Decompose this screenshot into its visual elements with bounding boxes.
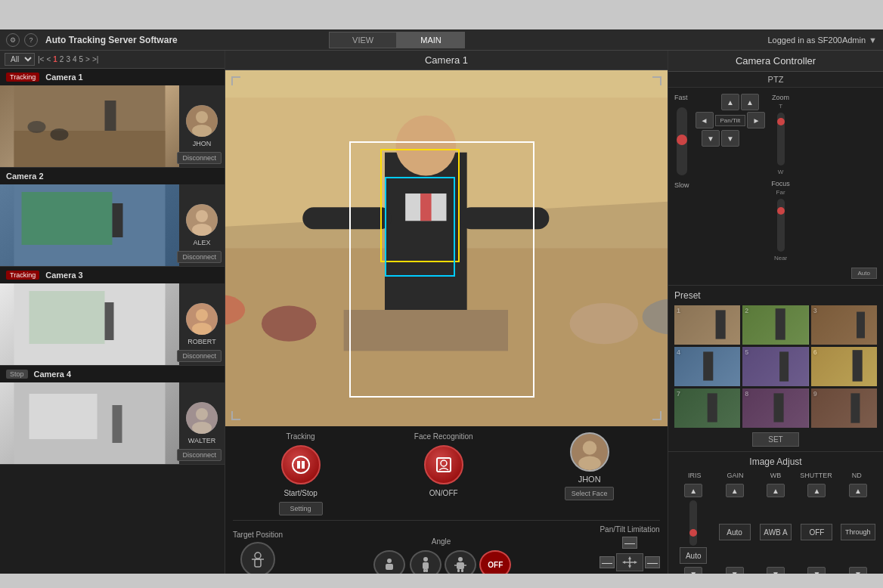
select-face-btn[interactable]: Select Face xyxy=(565,487,615,500)
page-4[interactable]: 4 xyxy=(73,55,77,63)
preset-8[interactable]: 8 xyxy=(742,388,808,428)
tab-view[interactable]: VIEW xyxy=(329,32,397,48)
svg-point-3 xyxy=(51,128,69,141)
focus-slider[interactable] xyxy=(777,199,785,252)
nd-up-btn[interactable]: ▲ xyxy=(849,484,867,497)
off-btn[interactable]: OFF xyxy=(479,550,511,574)
svg-rect-75 xyxy=(811,305,877,345)
shutter-up-col: ▲ xyxy=(798,484,835,497)
svg-rect-21 xyxy=(29,394,98,439)
preset-5[interactable]: 5 xyxy=(742,347,808,386)
camera-4-preview[interactable] xyxy=(0,382,179,464)
preset-2[interactable]: 2 xyxy=(742,305,808,345)
zoom-w-label: W xyxy=(778,169,784,175)
corner-marker-br xyxy=(652,411,661,420)
set-position-btn[interactable] xyxy=(240,542,275,574)
camera-3-content: ROBERT Disconnect xyxy=(0,283,225,365)
preset-set-btn[interactable]: SET xyxy=(752,432,798,447)
svg-rect-1 xyxy=(14,131,166,167)
controls-row-2: Target Position SET Angle xyxy=(233,520,660,574)
pan-tilt-right-minus[interactable]: — xyxy=(645,556,660,568)
zoom-t-label: T xyxy=(779,103,782,110)
user-dropdown-arrow[interactable]: ▼ xyxy=(869,36,877,45)
filter-bar: All |< < 1 2 3 4 5 > >| xyxy=(0,51,225,69)
ptz-upright-btn[interactable]: ▲ xyxy=(741,94,759,110)
corner-marker-tr xyxy=(652,76,661,85)
preset-1[interactable]: 1 xyxy=(674,305,740,345)
help-icon[interactable]: ? xyxy=(24,33,38,47)
preset-6[interactable]: 6 xyxy=(811,347,877,386)
page-5[interactable]: 5 xyxy=(79,55,84,63)
svg-rect-80 xyxy=(779,351,789,381)
zoom-slider[interactable] xyxy=(777,113,785,166)
camera-4-name: Camera 4 xyxy=(34,370,72,379)
wb-up-btn[interactable]: ▲ xyxy=(767,484,785,497)
page-2[interactable]: 2 xyxy=(60,55,64,63)
shutter-down-btn[interactable]: ▼ xyxy=(807,567,826,574)
ptz-left-btn[interactable]: ◄ xyxy=(696,112,714,128)
shutter-up-btn[interactable]: ▲ xyxy=(807,484,826,497)
ptz-arrow-row-mid: ◄ Pan/Tilt ► xyxy=(696,112,766,128)
wb-down-btn[interactable]: ▼ xyxy=(767,567,785,574)
svg-rect-57 xyxy=(423,569,426,572)
face-recog-onoff-btn[interactable] xyxy=(424,445,463,484)
ptz-up-btn[interactable]: ▲ xyxy=(721,94,739,110)
pan-tilt-left-minus[interactable]: — xyxy=(600,556,615,568)
shutter-display-area: OFF xyxy=(801,509,832,555)
wb-display-area: AWB A xyxy=(760,509,792,555)
next-page-btn[interactable]: > xyxy=(85,55,90,63)
filter-dropdown[interactable]: All xyxy=(5,53,35,66)
angle-buttons: Upper Body xyxy=(371,550,512,574)
nd-down-btn[interactable]: ▼ xyxy=(849,567,867,574)
ptz-right-btn[interactable]: ► xyxy=(747,112,765,128)
speed-slider[interactable] xyxy=(677,107,687,175)
svg-rect-44 xyxy=(302,461,305,469)
camera-1-preview[interactable] xyxy=(0,85,179,167)
wb-header: WB xyxy=(755,472,796,479)
page-1[interactable]: 1 xyxy=(53,55,57,63)
page-3[interactable]: 3 xyxy=(66,55,70,63)
ptz-downleft-btn[interactable]: ▼ xyxy=(702,130,720,147)
full-btn[interactable] xyxy=(445,550,476,574)
tracking-start-stop-btn[interactable] xyxy=(281,445,321,484)
start-stop-label: Start/Stop xyxy=(283,489,317,497)
camera-3-preview[interactable] xyxy=(0,283,179,365)
settings-icon[interactable]: ⚙ xyxy=(6,33,20,47)
gain-up-btn[interactable]: ▲ xyxy=(726,484,744,497)
camera-3-item: Tracking Camera 3 xyxy=(0,267,225,366)
full-body-btn[interactable] xyxy=(410,550,442,574)
iris-plus-btn[interactable]: ▲ xyxy=(684,484,702,497)
gain-header: GAIN xyxy=(715,472,756,479)
prev-page-btn[interactable]: < xyxy=(46,55,51,63)
pan-tilt-top-minus[interactable]: — xyxy=(622,537,637,549)
preset-9[interactable]: 9 xyxy=(811,388,877,428)
ptz-arrows: ▲ ▲ ◄ Pan/Tilt ► ▼ ▼ xyxy=(696,94,766,262)
auto-btn[interactable]: Auto xyxy=(851,268,877,279)
iris-up-col: ▲ xyxy=(674,484,712,497)
preset-7[interactable]: 7 xyxy=(674,388,740,428)
svg-rect-86 xyxy=(774,393,784,422)
camera-2-preview[interactable] xyxy=(0,184,179,266)
iris-slider[interactable] xyxy=(689,500,697,546)
camera-1-disconnect-btn[interactable]: Disconnect xyxy=(177,152,222,164)
pan-tilt-limitation-section: Pan/Tilt Limitation — — xyxy=(600,525,660,574)
last-page-btn[interactable]: >| xyxy=(92,55,98,63)
setting-btn[interactable]: Setting xyxy=(279,502,323,515)
upper-body-btn[interactable] xyxy=(373,550,405,574)
first-page-btn[interactable]: |< xyxy=(38,55,44,63)
iris-down-btn[interactable]: ▼ xyxy=(684,567,702,574)
tab-main[interactable]: MAIN xyxy=(397,32,465,48)
main-video-area[interactable] xyxy=(225,70,668,426)
svg-rect-78 xyxy=(703,351,713,380)
camera-2-disconnect-btn[interactable]: Disconnect xyxy=(177,251,222,263)
camera-3-disconnect-btn[interactable]: Disconnect xyxy=(177,350,222,362)
svg-rect-87 xyxy=(811,388,877,428)
ptz-down-btn[interactable]: ▼ xyxy=(721,130,739,147)
svg-point-7 xyxy=(192,125,212,137)
ia-up-row: ▲ ▲ ▲ ▲ ▲ xyxy=(674,484,877,497)
preset-4[interactable]: 4 xyxy=(674,347,740,386)
ptz-pantilt-label[interactable]: Pan/Tilt xyxy=(715,115,746,126)
camera-4-disconnect-btn[interactable]: Disconnect xyxy=(177,449,222,461)
gain-down-btn[interactable]: ▼ xyxy=(726,567,744,574)
preset-3[interactable]: 3 xyxy=(811,305,877,345)
